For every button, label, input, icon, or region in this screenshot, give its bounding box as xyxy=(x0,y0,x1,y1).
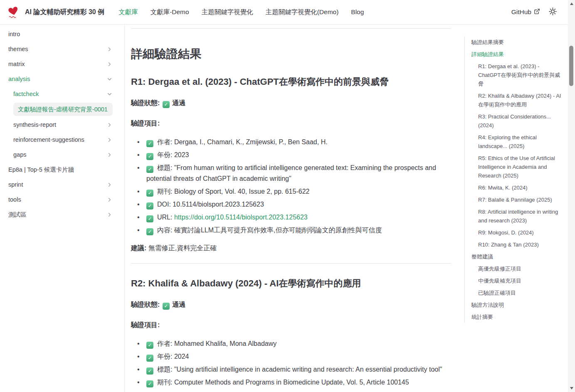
nav-item-3[interactable]: 主題關鍵字視覺化 xyxy=(202,8,253,17)
check-icon: ✓ xyxy=(146,228,153,235)
chevron-right-icon[interactable] xyxy=(106,122,113,128)
toc-item-17[interactable]: 驗證方法說明 xyxy=(471,299,568,311)
section-divider xyxy=(131,263,451,264)
suggestion-line: 建議: 無需修正,資料完全正確 xyxy=(131,244,451,253)
chevron-right-icon[interactable] xyxy=(106,137,113,143)
sidebar-item-current[interactable]: 文獻驗證報告-虛構研究背景-0001 xyxy=(13,103,113,116)
chevron-right-icon[interactable] xyxy=(106,61,113,67)
chevron-right-icon[interactable] xyxy=(106,46,113,52)
toc-item-13[interactable]: 整體建議 xyxy=(471,251,568,263)
check-icon: ✓ xyxy=(146,140,153,147)
verify-item-text: 作者: Dergaa, I., Chamari, K., Zmijewski, … xyxy=(157,138,328,145)
toc-item-12[interactable]: R10: Zhang & Tan (2023) xyxy=(471,239,568,251)
toc-item-5[interactable]: R3: Practical Considerations... (2024) xyxy=(471,111,568,131)
status-value: 通過 xyxy=(170,99,185,106)
section-title: R2: Khalifa & Albadawy (2024) - AI在學術寫作中… xyxy=(131,277,451,290)
check-icon: ✓ xyxy=(163,303,170,310)
sidebar-item-2[interactable]: themes xyxy=(8,42,113,57)
sidebar-item-label: themes xyxy=(8,44,28,54)
verify-item: ✓年份: 2024 xyxy=(146,351,451,362)
toc-item-3[interactable]: R1: Dergaa et al. (2023) - ChatGPT在學術寫作中… xyxy=(471,60,568,90)
verify-item: ✓DOI: 10.5114/biolsport.2023.125623 xyxy=(146,199,451,210)
sidebar-item-label: Ep8a | Top-5 候選卡片牆 xyxy=(8,165,74,174)
status-line: 驗證狀態: ✓ 通過 xyxy=(131,300,451,310)
verify-item-text: 內容: 確實討論LLM工具可提升寫作效率,但亦可能削弱論文的原創性與可信度 xyxy=(157,227,382,234)
chevron-right-icon[interactable] xyxy=(106,152,113,158)
sidebar-item-1[interactable]: intro xyxy=(8,27,113,42)
chevron-down-icon[interactable] xyxy=(106,91,113,97)
toc-item-15[interactable]: 中優先級補充項目 xyxy=(471,275,568,287)
verify-item-text: DOI: 10.5114/biolsport.2023.125623 xyxy=(157,201,264,208)
sidebar-item-5[interactable]: factcheck xyxy=(8,86,113,101)
left-sidebar: introthemesmatrixanalysisfactcheck文獻驗證報告… xyxy=(0,25,125,392)
sidebar-item-label: 測試區 xyxy=(8,210,27,219)
scrollbar-thumb[interactable] xyxy=(569,46,573,86)
status-label: 驗證狀態: xyxy=(131,99,162,106)
nav-item-1[interactable]: 文獻庫 xyxy=(118,8,138,17)
toc-item-14[interactable]: 高優先級修正項目 xyxy=(471,263,568,275)
sidebar-item-label: gaps xyxy=(13,150,26,159)
toc-item-8[interactable]: R6: Mwita, K. (2024) xyxy=(471,182,568,194)
sidebar-item-label: intro xyxy=(8,30,20,39)
nav-item-4[interactable]: 主題關鍵字視覺化(Demo) xyxy=(266,8,339,17)
sidebar-item-7[interactable]: synthesis-report xyxy=(8,117,113,132)
toc-item-6[interactable]: R4: Exploring the ethical landscape... (… xyxy=(471,131,568,152)
chevron-right-icon[interactable] xyxy=(106,212,113,218)
doi-url-link[interactable]: https://doi.org/10.5114/biolsport.2023.1… xyxy=(174,214,308,221)
verify-item: ✓期刊: Biology of Sport, Vol. 40, Issue 2,… xyxy=(146,186,451,197)
chevron-right-icon[interactable] xyxy=(106,182,113,188)
sidebar-item-12[interactable]: tools xyxy=(8,192,113,207)
toc-item-18[interactable]: 統計摘要 xyxy=(471,311,568,323)
content-top-divider xyxy=(131,28,451,29)
top-navbar: AI 論文輔助研究精彩 30 例 文獻庫文獻庫-Demo主題關鍵字視覺化主題關鍵… xyxy=(0,0,568,25)
verify-items-list: ✓作者: Mohamed Khalifa, Mona Albadawy✓年份: … xyxy=(131,338,451,388)
verify-item: ✓內容: 確實討論LLM工具可提升寫作效率,但亦可能削弱論文的原創性與可信度 xyxy=(146,225,451,236)
sidebar-item-13[interactable]: 測試區 xyxy=(8,207,113,222)
sidebar-item-label: matrix xyxy=(8,59,25,69)
verify-item: ✓作者: Dergaa, I., Chamari, K., Zmijewski,… xyxy=(146,137,451,148)
check-icon: ✓ xyxy=(146,367,153,375)
sidebar-item-10[interactable]: Ep8a | Top-5 候選卡片牆 xyxy=(8,162,113,177)
sidebar-item-label: sprint xyxy=(8,180,23,189)
verify-item-text: 標題: "From human writing to artificial in… xyxy=(146,164,436,182)
header-right-group: GitHub xyxy=(511,7,557,17)
chevron-down-icon[interactable] xyxy=(106,76,113,82)
site-title[interactable]: AI 論文輔助研究精彩 30 例 xyxy=(25,8,104,17)
sidebar-item-4[interactable]: analysis xyxy=(8,71,113,86)
sidebar-item-8[interactable]: reinforcement-suggestions xyxy=(8,132,113,147)
toc-item-7[interactable]: R5: Ethics of the Use of Artificial Inte… xyxy=(471,152,568,182)
toc-item-1[interactable]: 驗證結果摘要 xyxy=(471,36,568,48)
sidebar-item-3[interactable]: matrix xyxy=(8,57,113,71)
suggestion-label: 建議: xyxy=(131,244,148,251)
toc-item-4[interactable]: R2: Khalifa & Albadawy (2024) - AI在學術寫作中… xyxy=(471,90,568,111)
sidebar-item-9[interactable]: gaps xyxy=(8,147,113,162)
check-icon: ✓ xyxy=(146,355,153,362)
scrollbar-up-arrow-icon[interactable] xyxy=(570,2,573,5)
page-title: 詳細驗證結果 xyxy=(131,46,451,62)
chevron-right-icon[interactable] xyxy=(106,197,113,203)
toc-item-10[interactable]: R8: Artificial intelligence in writing a… xyxy=(471,206,568,227)
check-icon: ✓ xyxy=(163,101,170,108)
github-link[interactable]: GitHub xyxy=(511,8,540,16)
suggestion-text: 無需修正,資料完全正確 xyxy=(148,244,217,251)
toc-item-9[interactable]: R7: Balalle & Pannilage (2025) xyxy=(471,194,568,206)
items-label: 驗證項目: xyxy=(131,321,451,330)
toc-item-11[interactable]: R9: Mokgosi, D. (2024) xyxy=(471,227,568,239)
section-title: R1: Dergaa et al. (2023) - ChatGPT在學術寫作中… xyxy=(131,76,451,88)
verify-items-list: ✓作者: Dergaa, I., Chamari, K., Zmijewski,… xyxy=(131,137,451,236)
verify-item: ✓期刊: Computer Methods and Programs in Bi… xyxy=(146,377,451,388)
theme-toggle-button[interactable] xyxy=(548,7,557,17)
sidebar-item-11[interactable]: sprint xyxy=(8,177,113,192)
check-icon: ✓ xyxy=(146,166,153,173)
nav-item-2[interactable]: 文獻庫-Demo xyxy=(151,8,189,17)
toc-item-2[interactable]: 詳細驗證結果 xyxy=(471,48,568,60)
outline-panel: 驗證結果摘要詳細驗證結果R1: Dergaa et al. (2023) - C… xyxy=(464,25,568,392)
scrollbar-down-arrow-icon[interactable] xyxy=(570,387,573,390)
status-line: 驗證狀態: ✓ 通過 xyxy=(131,99,451,108)
vertical-scrollbar[interactable] xyxy=(568,0,575,392)
outline-list: 驗證結果摘要詳細驗證結果R1: Dergaa et al. (2023) - C… xyxy=(464,36,568,323)
site-logo-heart-icon[interactable] xyxy=(6,4,21,20)
nav-item-5[interactable]: Blog xyxy=(351,8,364,16)
check-icon: ✓ xyxy=(146,342,153,349)
toc-item-16[interactable]: 已驗證正確項目 xyxy=(471,287,568,299)
